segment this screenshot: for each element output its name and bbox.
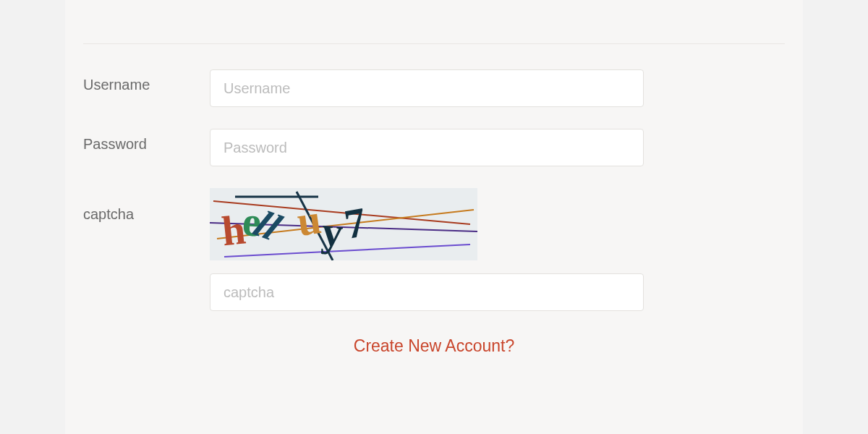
- captcha-row: captcha h e ll u y: [83, 188, 785, 311]
- login-panel: Username Password captcha: [65, 0, 803, 434]
- username-label: Username: [83, 69, 210, 93]
- captcha-label: captcha: [83, 188, 210, 223]
- username-row: Username: [83, 69, 785, 107]
- password-row: Password: [83, 129, 785, 166]
- captcha-control: h e ll u y 7: [210, 188, 644, 311]
- captcha-char-5: y: [320, 206, 346, 256]
- username-input[interactable]: [210, 69, 644, 107]
- captcha-input[interactable]: [210, 273, 644, 311]
- create-account-link[interactable]: Create New Account?: [354, 336, 514, 355]
- panel-inner: Username Password captcha: [83, 0, 785, 356]
- footer: Create New Account?: [83, 336, 785, 356]
- password-input[interactable]: [210, 129, 644, 166]
- divider: [83, 43, 785, 44]
- password-label: Password: [83, 129, 210, 153]
- password-control: [210, 129, 644, 166]
- captcha-image: h e ll u y 7: [210, 188, 477, 260]
- username-control: [210, 69, 644, 107]
